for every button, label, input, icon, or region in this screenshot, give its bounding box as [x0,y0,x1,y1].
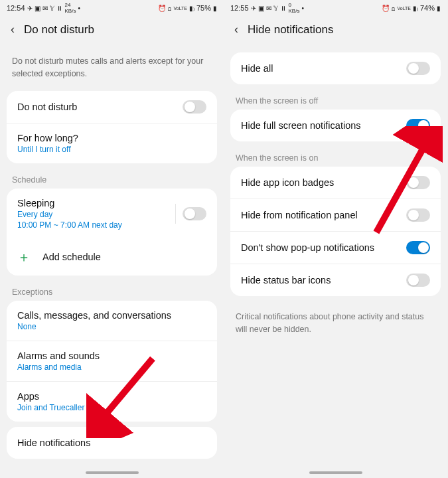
hide-notifications-card: Hide notifications [7,427,217,459]
popup-toggle[interactable] [406,241,430,254]
add-schedule-row[interactable]: ＋ Add schedule [7,239,217,276]
how-long-row[interactable]: For how long? Until I turn it off [7,123,217,163]
more-icon: • [78,5,80,12]
fullscreen-toggle[interactable] [406,119,430,132]
sleeping-label: Sleeping [17,198,122,208]
statusbar-label: Hide status bar icons [241,275,331,285]
schedule-header: Schedule [0,169,224,189]
mail-icon: ✉ [266,5,271,12]
page-title: Do not disturb [24,23,94,37]
apps-icon: ▣ [35,5,40,12]
dnd-label: Do not disturb [17,102,77,112]
status-time: 12:55 [230,4,249,12]
apps-icon: ▣ [258,5,264,12]
header: ‹ Do not disturb [0,16,224,46]
divider [175,204,176,224]
alarm-icon: ⏰ [158,5,166,12]
speed-icon: 0KB/s [289,2,300,14]
schedule-card: Sleeping Every day 10:00 PM ~ 7:00 AM ne… [7,189,217,276]
alarms-sub: Alarms and media [17,362,100,372]
hide-all-toggle[interactable] [406,62,430,75]
panel-toggle[interactable] [406,208,430,222]
telegram-icon: ✈ [27,5,33,12]
apps-sub: Join and Truecaller [17,403,84,412]
signal-icon: ▮₎ [189,5,194,12]
screen-on-header: When the screen is on [224,147,447,167]
screen-on-card: Hide app icon badges Hide from notificat… [230,167,441,296]
calls-sub: None [17,322,171,331]
telegram-icon: ✈ [251,5,256,12]
plus-icon: ＋ [17,248,31,266]
alarm-icon: ⏰ [382,5,390,12]
screen-off-header: When the screen is off [224,90,447,110]
fullscreen-row[interactable]: Hide full screen notifications [230,110,441,141]
volte-icon: VoLTE [173,6,187,11]
dnd-toggle[interactable] [183,100,206,114]
apps-row[interactable]: Apps Join and Truecaller [7,381,217,422]
sleeping-sub2: 10:00 PM ~ 7:00 AM next day [17,220,122,230]
apps-label: Apps [17,391,84,402]
add-schedule-label: Add schedule [42,252,101,262]
status-bar: 12:55 ✈ ▣ ✉ 𝕐 ⏸ 0KB/s • ⏰ ⩍ VoLTE ▮₎ 74%… [224,0,447,16]
pause-icon: ⏸ [280,5,287,12]
hide-all-row[interactable]: Hide all [230,52,441,84]
panel-label: Hide from notification panel [241,210,358,220]
pause-icon: ⏸ [56,5,63,12]
volte-icon: VoLTE [397,6,411,11]
dnd-toggle-row[interactable]: Do not disturb [7,91,217,123]
phone-screen-hide: 12:55 ✈ ▣ ✉ 𝕐 ⏸ 0KB/s • ⏰ ⩍ VoLTE ▮₎ 74%… [224,0,447,478]
nav-handle[interactable] [86,471,139,474]
statusbar-toggle[interactable] [406,274,430,287]
hide-all-label: Hide all [241,63,273,74]
battery-icon: ▮ [437,5,441,12]
sleeping-toggle[interactable] [183,207,206,220]
panel-row[interactable]: Hide from notification panel [230,199,441,231]
battery-pct: 74% [420,4,435,12]
statusbar-row[interactable]: Hide status bar icons [230,264,441,296]
hide-all-card: Hide all [230,52,441,84]
status-bar: 12:54 ✈ ▣ ✉ 𝕐 ⏸ 24KB/s • ⏰ ⩍ VoLTE ▮₎ 75… [0,0,224,16]
battery-pct: 75% [196,4,211,12]
wifi-icon: ⩍ [168,5,171,12]
speed-icon: 24KB/s [65,2,76,14]
alarms-label: Alarms and sounds [17,351,100,361]
popup-label: Don't show pop-up notifications [241,242,374,253]
exceptions-card: Calls, messages, and conversations None … [7,301,217,422]
back-icon[interactable]: ‹ [11,23,15,37]
dnd-card: Do not disturb For how long? Until I tur… [7,91,217,163]
page-title: Hide notifications [248,23,333,37]
badges-label: Hide app icon badges [241,177,334,188]
badges-toggle[interactable] [406,176,430,189]
phone-screen-dnd: 12:54 ✈ ▣ ✉ 𝕐 ⏸ 24KB/s • ⏰ ⩍ VoLTE ▮₎ 75… [0,0,224,478]
popup-row[interactable]: Don't show pop-up notifications [230,231,441,264]
sleeping-row[interactable]: Sleeping Every day 10:00 PM ~ 7:00 AM ne… [7,189,217,239]
twitter-icon: 𝕐 [50,5,54,12]
mail-icon: ✉ [42,5,48,12]
twitter-icon: 𝕐 [273,5,278,12]
exceptions-header: Exceptions [0,281,224,301]
page-description: Do not disturb mutes calls and alerts ex… [0,46,224,91]
battery-icon: ▮ [213,5,217,12]
nav-handle[interactable] [309,471,362,474]
sleeping-sub1: Every day [17,210,122,219]
how-long-label: For how long? [17,133,78,143]
footer-note: Critical notifications about phone activ… [224,301,447,345]
screen-off-card: Hide full screen notifications [230,110,441,141]
fullscreen-label: Hide full screen notifications [241,120,361,131]
header: ‹ Hide notifications [224,16,447,46]
back-icon[interactable]: ‹ [234,23,238,37]
hide-notifications-row[interactable]: Hide notifications [7,427,217,459]
badges-row[interactable]: Hide app icon badges [230,167,441,199]
more-icon: • [301,5,304,12]
hide-notifications-label: Hide notifications [17,438,90,448]
how-long-sub: Until I turn it off [17,145,78,154]
wifi-icon: ⩍ [392,5,395,12]
signal-icon: ▮₎ [413,5,418,12]
status-time: 12:54 [7,4,25,12]
alarms-row[interactable]: Alarms and sounds Alarms and media [7,341,217,381]
calls-label: Calls, messages, and conversations [17,310,171,321]
calls-row[interactable]: Calls, messages, and conversations None [7,301,217,341]
